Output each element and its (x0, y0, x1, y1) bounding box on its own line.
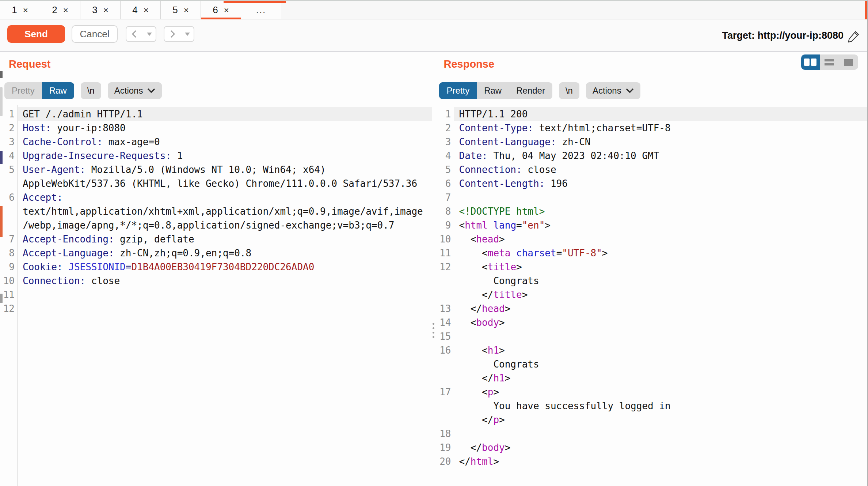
line-content: Content-Type: text/html;charset=UTF-8 (454, 121, 867, 135)
line-number: 12 (0, 302, 15, 316)
line-content: Date: Thu, 04 May 2023 02:40:10 GMT (454, 149, 867, 163)
response-view-tab-raw[interactable]: Raw (477, 82, 509, 99)
line-content (454, 329, 867, 343)
line-content: Congrats (454, 357, 867, 371)
next-dropdown-button[interactable] (181, 33, 194, 36)
tab-close-icon[interactable]: × (224, 6, 229, 15)
line-number (0, 177, 15, 191)
line-number (0, 218, 15, 232)
code-line[interactable]: 9Cookie: JSESSIONID=D1B4A00EB30419F7304B… (0, 260, 432, 274)
code-line: 14 <body> (435, 316, 867, 329)
single-pane-icon (844, 59, 853, 66)
request-editor[interactable]: 1GET /./admin HTTP/1.12Host: your-ip:808… (0, 105, 432, 486)
line-number: 14 (435, 316, 451, 329)
tab-close-icon[interactable]: × (103, 6, 108, 15)
code-line[interactable]: 3Cache-Control: max-age=0 (0, 135, 432, 149)
rows-layout-button[interactable] (820, 54, 839, 70)
line-number: 8 (435, 204, 451, 218)
rows-icon (825, 59, 834, 65)
gutter-separator (454, 105, 454, 486)
request-view-tab-raw[interactable]: Raw (42, 82, 74, 99)
code-line[interactable]: 5User-Agent: Mozilla/5.0 (Windows NT 10.… (0, 163, 432, 177)
chevron-left-icon (126, 29, 143, 39)
line-content: <h1> (454, 343, 867, 357)
request-actions-button[interactable]: Actions (108, 82, 162, 99)
line-content: You have successfully logged in (454, 399, 867, 413)
window-edge-accent (865, 1, 867, 22)
code-line: 10 <head> (435, 232, 867, 246)
layout-switcher (801, 54, 858, 70)
line-content: Cache-Control: max-age=0 (18, 135, 432, 149)
previous-dropdown-button[interactable] (143, 33, 156, 36)
code-line[interactable]: 6Accept: (0, 191, 432, 204)
code-line: 3Content-Language: zh-CN (435, 135, 867, 149)
cancel-button[interactable]: Cancel (72, 25, 118, 43)
code-line[interactable]: 12 (0, 302, 432, 316)
tab-close-icon[interactable]: × (184, 6, 189, 15)
repeater-tab-6[interactable]: 6× (201, 1, 241, 19)
line-content: Accept-Encoding: gzip, deflate (18, 232, 432, 246)
single-layout-button[interactable] (839, 54, 858, 70)
line-number: 2 (435, 121, 451, 135)
line-number: 15 (435, 329, 451, 343)
repeater-tab-1[interactable]: 1× (0, 1, 40, 19)
request-panel: Request PrettyRaw \n Actions 1GET /./adm… (0, 52, 432, 486)
line-number: 6 (435, 177, 451, 191)
tab-close-icon[interactable]: × (144, 6, 149, 15)
response-editor[interactable]: 1HTTP/1.1 2002Content-Type: text/html;ch… (435, 105, 867, 486)
response-actions-button[interactable]: Actions (586, 82, 640, 99)
line-content (18, 288, 432, 302)
repeater-tab-...[interactable]: ... (241, 1, 281, 19)
line-content: Content-Length: 196 (454, 177, 867, 191)
code-line[interactable]: 4Upgrade-Insecure-Requests: 1 (0, 149, 432, 163)
line-content: <meta charset="UTF-8"> (454, 246, 867, 260)
line-number: 3 (0, 135, 15, 149)
columns-layout-button[interactable] (801, 54, 820, 70)
line-content: <!DOCTYPE html> (454, 204, 867, 218)
line-content: </title> (454, 288, 867, 302)
response-view-tab-pretty[interactable]: Pretty (439, 82, 477, 99)
code-line[interactable]: AppleWebKit/537.36 (KHTML, like Gecko) C… (0, 177, 432, 191)
code-line[interactable]: 2Host: your-ip:8080 (0, 121, 432, 135)
code-line[interactable]: 8Accept-Language: zh-CN,zh;q=0.9,en;q=0.… (0, 246, 432, 260)
request-view-tabs: PrettyRaw \n Actions (4, 82, 162, 99)
code-line[interactable]: text/html,application/xhtml+xml,applicat… (0, 204, 432, 218)
column-icon (811, 59, 816, 66)
next-request-button[interactable] (164, 26, 194, 42)
panel-splitter[interactable] (432, 52, 435, 486)
code-line[interactable]: 10Connection: close (0, 274, 432, 288)
tab-close-icon[interactable]: × (63, 6, 68, 15)
repeater-tab-5[interactable]: 5× (161, 1, 201, 19)
code-line[interactable]: 1GET /./admin HTTP/1.1 (0, 107, 432, 121)
code-line: 9<html lang="en"> (435, 218, 867, 232)
chevron-down-icon (626, 88, 634, 93)
line-content: <body> (454, 316, 867, 329)
repeater-tab-3[interactable]: 3× (80, 1, 121, 19)
line-content: Content-Language: zh-CN (454, 135, 867, 149)
line-content: Connection: close (454, 163, 867, 177)
code-line[interactable]: /webp,image/apng,*/*;q=0.8,application/s… (0, 218, 432, 232)
send-button[interactable]: Send (7, 25, 65, 43)
response-title: Response (443, 58, 494, 70)
code-line: </h1> (435, 371, 867, 385)
code-line[interactable]: 7Accept-Encoding: gzip, deflate (0, 232, 432, 246)
request-newline-button[interactable]: \n (81, 82, 101, 99)
splitter-handle-icon[interactable] (433, 323, 434, 338)
repeater-tab-2[interactable]: 2× (40, 1, 80, 19)
request-view-tab-pretty[interactable]: Pretty (4, 82, 42, 99)
response-newline-button[interactable]: \n (559, 82, 579, 99)
edit-target-icon[interactable] (847, 29, 861, 44)
line-number: 7 (435, 191, 451, 204)
line-number: 13 (435, 302, 451, 316)
tab-close-icon[interactable]: × (23, 6, 28, 15)
code-line: 11 <meta charset="UTF-8"> (435, 246, 867, 260)
repeater-tab-4[interactable]: 4× (121, 1, 161, 19)
line-content: Upgrade-Insecure-Requests: 1 (18, 149, 432, 163)
line-content: Accept: (18, 191, 432, 204)
code-line[interactable]: 11 (0, 288, 432, 302)
response-view-tab-render[interactable]: Render (509, 82, 552, 99)
previous-request-button[interactable] (126, 26, 156, 42)
code-line: 12 <title> (435, 260, 867, 274)
line-number: 19 (435, 441, 451, 455)
line-content: <title> (454, 260, 867, 274)
